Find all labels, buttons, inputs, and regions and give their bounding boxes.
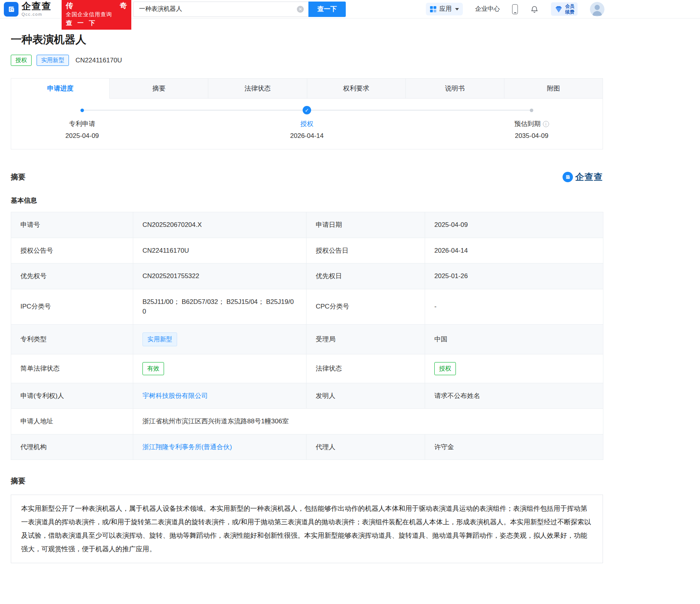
field-value: B25J11/00； B62D57/032； B25J15/04； B25J19… xyxy=(133,289,306,324)
table-row: IPC分类号 B25J11/00； B62D57/032； B25J15/04；… xyxy=(11,289,603,324)
timeline-node-application: 专利申请 2025-04-09 xyxy=(32,101,132,140)
tab-legal-status[interactable]: 法律状态 xyxy=(208,79,306,99)
granted-status-badge: 授权 xyxy=(434,362,456,375)
timeline-label: 预估到期 xyxy=(514,119,541,128)
field-label: 授权公告日 xyxy=(306,238,425,263)
qcc-logo-icon xyxy=(4,2,18,17)
field-label: 简单法律状态 xyxy=(11,354,133,383)
basic-info-table: 申请号 CN202520670204.X 申请日期 2025-04-09 授权公… xyxy=(11,212,603,460)
field-value: CN202520670204.X xyxy=(133,212,306,238)
tab-claims[interactable]: 权利要求 xyxy=(307,79,405,99)
search-button[interactable]: 查一下 xyxy=(308,2,346,17)
gem-icon xyxy=(554,5,563,14)
field-label: 优先权号 xyxy=(11,263,133,289)
promo-banner: 传 奇 全国企业信用查询 查一下 xyxy=(62,0,131,30)
field-label: 专利类型 xyxy=(11,324,133,354)
timeline-label: 授权 xyxy=(300,119,313,128)
tab-application-progress[interactable]: 申请进度 xyxy=(11,79,109,99)
field-value: - xyxy=(425,289,603,324)
qcc-logo-name: 企查查 xyxy=(22,2,52,11)
field-value: 宇树科技股份有限公司 xyxy=(133,383,306,409)
qcc-logo[interactable]: 企查查 Qcc.com xyxy=(4,2,52,17)
promo-line1-left: 传 xyxy=(66,2,73,10)
agency-link[interactable]: 浙江翔隆专利事务所(普通合伙) xyxy=(142,443,232,451)
granted-check-icon xyxy=(303,106,311,114)
abstract-text: 本实用新型公开了一种表演机器人，属于机器人设备技术领域。本实用新型的一种表演机器… xyxy=(11,495,603,563)
timeline-date: 2025-04-09 xyxy=(32,132,132,140)
patent-tag-row: 授权 实用新型 CN224116170U xyxy=(11,55,603,66)
table-row: 授权公告号 CN224116170U 授权公告日 2026-04-14 xyxy=(11,238,603,263)
enterprise-center-link[interactable]: 企业中心 xyxy=(475,5,500,13)
search-input[interactable] xyxy=(133,2,308,17)
publication-number: CN224116170U xyxy=(75,57,122,64)
promo-line3: 查一下 xyxy=(66,19,127,27)
patent-type-badge: 实用新型 xyxy=(37,55,69,66)
application-progress-panel: 专利申请 2025-04-09 授权 2026-04-14 预估到期 2035-… xyxy=(11,99,603,149)
field-value: 2025-04-09 xyxy=(425,212,603,238)
valid-status-badge: 有效 xyxy=(142,362,164,375)
timeline-node-expiry: 预估到期 2035-04-09 xyxy=(482,101,582,140)
detail-tab-bar: 申请进度 摘要 法律状态 权利要求 说明书 附图 xyxy=(11,78,603,99)
tab-specification[interactable]: 说明书 xyxy=(405,79,504,99)
field-value: 请求不公布姓名 xyxy=(425,383,603,409)
clear-search-icon[interactable] xyxy=(297,6,304,13)
member-label-line2: 续费 xyxy=(565,9,574,15)
field-value: 浙江翔隆专利事务所(普通合伙) xyxy=(133,434,306,460)
apps-menu-label: 应用 xyxy=(439,5,452,13)
summary-section-title: 摘要 xyxy=(11,172,25,182)
basic-info-title: 基本信息 xyxy=(11,196,603,205)
tab-drawings[interactable]: 附图 xyxy=(504,79,603,99)
field-label: 优先权日 xyxy=(306,263,425,289)
table-row: 申请号 CN202520670204.X 申请日期 2025-04-09 xyxy=(11,212,603,238)
promo-line2: 全国企业信用查询 xyxy=(66,11,127,18)
promo-line1-right: 奇 xyxy=(120,2,127,10)
qcc-watermark: 企查查 xyxy=(563,171,603,183)
apps-menu[interactable]: 应用 xyxy=(426,3,463,15)
member-renew-badge[interactable]: 会员 续费 xyxy=(551,2,578,16)
table-row: 优先权号 CN2025201755322 优先权日 2025-01-26 xyxy=(11,263,603,289)
field-value: 实用新型 xyxy=(133,324,306,354)
info-icon[interactable] xyxy=(543,121,549,127)
notification-bell-icon[interactable] xyxy=(530,5,539,13)
qcc-watermark-text: 企查查 xyxy=(575,171,603,183)
field-label: 申请(专利权)人 xyxy=(11,383,133,409)
field-value: 中国 xyxy=(425,324,603,354)
header-right-nav: 应用 企业中心 会员 续费 xyxy=(426,2,605,17)
avatar-placeholder-icon xyxy=(590,2,605,17)
field-label: 申请号 xyxy=(11,212,133,238)
applicant-company-link[interactable]: 宇树科技股份有限公司 xyxy=(142,392,208,399)
timeline-dot-gray xyxy=(530,109,533,112)
table-row: 简单法律状态 有效 法律状态 授权 xyxy=(11,354,603,383)
field-value: 浙江省杭州市滨江区西兴街道东流路88号1幢306室 xyxy=(133,409,603,435)
field-value: 授权 xyxy=(425,354,603,383)
field-label: 发明人 xyxy=(306,383,425,409)
qcc-logo-domain: Qcc.com xyxy=(22,12,52,17)
field-label: CPC分类号 xyxy=(306,289,425,324)
field-label: 法律状态 xyxy=(306,354,425,383)
search-bar: 查一下 xyxy=(133,2,346,17)
table-row: 专利类型 实用新型 受理局 中国 xyxy=(11,324,603,354)
member-label-line1: 会员 xyxy=(565,3,574,9)
field-value: CN2025201755322 xyxy=(133,263,306,289)
table-row: 申请(专利权)人 宇树科技股份有限公司 发明人 请求不公布姓名 xyxy=(11,383,603,409)
field-label: 代理人 xyxy=(306,434,425,460)
field-label: 申请人地址 xyxy=(11,409,133,435)
grid-icon xyxy=(430,6,437,13)
field-value: 2025-01-26 xyxy=(425,263,603,289)
timeline-date: 2026-04-14 xyxy=(257,132,357,140)
field-value: 2026-04-14 xyxy=(425,238,603,263)
spiral-glyph-icon xyxy=(6,4,17,15)
patent-type-table-badge: 实用新型 xyxy=(142,332,177,346)
page-title: 一种表演机器人 xyxy=(11,32,603,47)
field-value: 许守金 xyxy=(425,434,603,460)
summary-section-header: 摘要 企查查 xyxy=(11,171,603,183)
qcc-watermark-icon xyxy=(563,172,573,182)
tab-summary[interactable]: 摘要 xyxy=(109,79,208,99)
user-avatar[interactable] xyxy=(590,2,605,17)
field-label: 受理局 xyxy=(306,324,425,354)
field-value: CN224116170U xyxy=(133,238,306,263)
timeline-node-granted: 授权 2026-04-14 xyxy=(257,101,357,140)
abstract-section-title: 摘要 xyxy=(11,476,603,486)
field-label: 授权公告号 xyxy=(11,238,133,263)
mobile-app-icon[interactable] xyxy=(512,4,518,14)
